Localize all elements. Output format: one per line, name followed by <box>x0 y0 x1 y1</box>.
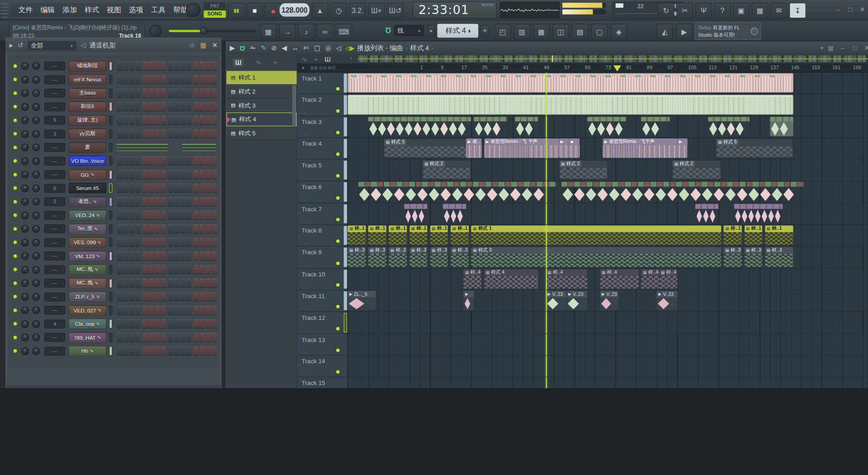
step-cell[interactable] <box>148 89 154 98</box>
track-led[interactable] <box>335 326 340 331</box>
channel-pan-knob[interactable] <box>21 347 29 355</box>
track-lane[interactable] <box>348 116 868 138</box>
channel-target-display[interactable]: --- <box>44 252 66 261</box>
step-cell[interactable] <box>123 184 128 193</box>
rack-undo-icon[interactable]: ↺ <box>18 42 23 49</box>
step-cell[interactable] <box>168 265 173 275</box>
track-color-strip[interactable] <box>344 204 347 223</box>
step-cell[interactable] <box>135 89 141 98</box>
clip-pattern-dark[interactable]: ▤样..3 <box>348 247 366 267</box>
channel-target-display[interactable]: --- <box>44 224 66 233</box>
channel-target-display[interactable]: --- <box>44 157 66 166</box>
step-cell[interactable] <box>168 347 173 356</box>
step-cell[interactable] <box>135 62 141 71</box>
timeline-ruler[interactable]: + 音频 自动 样式 19172533414957657381899710511… <box>297 64 868 73</box>
clip-pattern-olive[interactable]: ▤样..1 <box>744 225 762 245</box>
track-header[interactable]: Track 9... <box>297 247 348 268</box>
time-display[interactable]: 2:33:01 M:S:CS <box>412 2 496 19</box>
step-cell[interactable] <box>174 75 179 85</box>
step-cell[interactable] <box>199 238 205 247</box>
channel-led[interactable] <box>13 77 18 82</box>
playlist-maximize[interactable]: □ <box>850 44 859 52</box>
step-cell[interactable] <box>123 129 128 139</box>
step-cell[interactable] <box>148 75 154 85</box>
channel-target-display[interactable]: 3 <box>44 129 66 138</box>
step-cell[interactable] <box>160 102 166 112</box>
step-cell[interactable] <box>199 62 205 71</box>
track-lane[interactable] <box>348 181 868 203</box>
step-cell[interactable] <box>205 102 211 112</box>
clip-audio-label[interactable]: ▶V..23 <box>566 291 587 310</box>
wait-input-icon[interactable]: ◷ <box>330 3 347 18</box>
step-cell[interactable] <box>199 129 205 139</box>
clip-audio-green[interactable] <box>587 117 626 136</box>
pat-song-toggle[interactable]: PAT SONG <box>204 2 226 18</box>
step-cell[interactable] <box>174 89 179 98</box>
step-cell[interactable] <box>160 75 166 85</box>
playlist-window-icon[interactable]: ◰ <box>494 24 511 39</box>
channel-led[interactable] <box>13 322 18 327</box>
clip-audio-green[interactable] <box>641 117 670 136</box>
track-header[interactable]: Track 2... <box>297 95 348 116</box>
step-cell[interactable] <box>205 306 211 315</box>
channel-select-strip[interactable] <box>109 143 112 152</box>
channel-led[interactable] <box>13 200 18 204</box>
step-cell[interactable] <box>186 279 191 288</box>
channel-select-strip[interactable] <box>109 292 112 302</box>
clip-pattern-grey[interactable]: ▤样式 2 <box>672 160 721 180</box>
channel-select-strip[interactable] <box>109 62 112 71</box>
channel-select-strip[interactable] <box>109 265 112 275</box>
step-cell[interactable] <box>148 265 154 275</box>
grid-icon[interactable]: ▦ <box>260 24 277 39</box>
track-lane[interactable]: ▤样式 2▤样式 2▤样式 2 <box>348 160 868 181</box>
clip-pattern-olive[interactable]: ▤样..1 <box>430 225 448 245</box>
track-led[interactable] <box>335 261 340 266</box>
step-cell[interactable] <box>148 102 154 112</box>
step-cell[interactable] <box>212 265 217 275</box>
project-picker-icon[interactable]: ▢ <box>591 24 608 39</box>
playhead-line[interactable] <box>546 334 547 355</box>
step-cell[interactable] <box>180 170 185 180</box>
channel-target-display[interactable]: --- <box>44 89 66 98</box>
track-options[interactable]: ... <box>302 174 307 180</box>
step-cell[interactable] <box>193 62 198 71</box>
cut-icon[interactable]: ✂ <box>676 3 693 18</box>
step-cell[interactable] <box>212 184 217 193</box>
preview-icon[interactable]: ◁ <box>336 44 341 52</box>
step-cell[interactable] <box>117 306 122 315</box>
channel-select-strip[interactable] <box>109 102 112 112</box>
step-cell[interactable] <box>205 62 211 71</box>
countdown-icon[interactable]: 3.2. <box>349 3 366 18</box>
channel-led[interactable] <box>13 104 18 109</box>
help-icon[interactable]: ? <box>714 3 731 18</box>
step-cell[interactable] <box>168 306 173 315</box>
step-cell[interactable] <box>135 279 141 288</box>
menu-item-4[interactable]: 视图 <box>103 5 125 15</box>
channel-select-strip[interactable] <box>109 116 112 125</box>
step-cell[interactable] <box>129 306 134 315</box>
paint-icon[interactable]: ✎ <box>261 44 266 52</box>
track-options[interactable]: ... <box>302 152 307 158</box>
step-cell[interactable] <box>186 306 191 315</box>
step-cell[interactable] <box>180 197 185 207</box>
step-cell[interactable] <box>205 116 211 125</box>
step-cell[interactable] <box>142 319 148 329</box>
track-lane[interactable]: ▤样..1▤样..1▤样..1▤样..1▤样..1▤样..1▤样式 1▤样..1… <box>348 225 868 246</box>
track-header[interactable]: Track 15... <box>297 377 348 388</box>
snap-magnet-icon[interactable]: Ω <box>385 26 391 34</box>
channel-target-display[interactable]: --- <box>44 333 66 342</box>
channel-volume-knob[interactable] <box>32 89 40 97</box>
step-cell[interactable] <box>180 265 185 275</box>
menu-item-5[interactable]: 选项 <box>125 5 147 15</box>
channel-name-button[interactable]: GG∿ <box>69 169 106 180</box>
clip-audio-label[interactable]: ▶V..23 <box>657 291 678 310</box>
play-tool-icon[interactable]: ▶ <box>230 44 235 52</box>
step-cell[interactable] <box>180 238 185 247</box>
step-cell[interactable] <box>193 265 198 275</box>
step-cell[interactable] <box>193 197 198 207</box>
step-cell[interactable] <box>155 75 160 85</box>
step-cell[interactable] <box>205 292 211 302</box>
clip-pattern-dim[interactable]: ▤样式 4 <box>484 269 538 289</box>
step-cell[interactable] <box>135 75 141 85</box>
audio-tab-icon[interactable]: ∿ <box>256 59 261 66</box>
